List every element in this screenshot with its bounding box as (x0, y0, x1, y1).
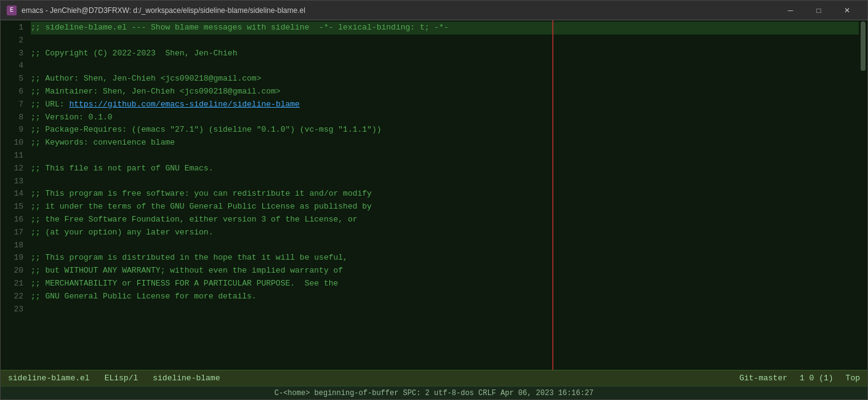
status-right: Git-master 1 0 (1) Top (739, 374, 860, 383)
scrollbar[interactable] (859, 20, 867, 370)
ln-8: 8 (6, 111, 23, 124)
code-line-18 (31, 239, 859, 252)
ln-4: 4 (6, 60, 23, 73)
code-line-6: ;; Maintainer: Shen, Jen-Chieh <jcs09021… (31, 86, 859, 98)
code-line-8: ;; Version: 0.1.0 (31, 111, 859, 124)
ln-13: 13 (6, 175, 23, 188)
scrollbar-thumb[interactable] (861, 22, 866, 71)
code-line-2 (31, 34, 859, 47)
window-controls: ─ □ ✕ (776, 1, 861, 20)
ln-12: 12 (6, 162, 23, 175)
emacs-window: E emacs - JenChieh@D7D3FRXW: d:/_workspa… (0, 0, 868, 400)
code-line-12: ;; This file is not part of GNU Emacs. (31, 162, 859, 175)
app-icon: E (7, 6, 17, 15)
ln-2: 2 (6, 34, 23, 47)
close-button[interactable]: ✕ (833, 1, 861, 20)
code-line-15: ;; it under the terms of the GNU General… (31, 201, 859, 214)
ln-10: 10 (6, 137, 23, 150)
ln-23: 23 (6, 303, 23, 316)
code-line-10: ;; Keywords: convenience blame (31, 137, 859, 150)
mode-line: sideline-blame.el ELisp/l sideline-blame… (1, 370, 867, 386)
code-line-4 (31, 60, 859, 73)
ln-1: 1 (6, 22, 23, 34)
ln-11: 11 (6, 150, 23, 162)
filename-status: sideline-blame.el (8, 374, 90, 383)
mode-status: ELisp/l (105, 374, 139, 383)
ln-6: 6 (6, 86, 23, 98)
position-status: 1 0 (1) (800, 374, 834, 383)
top-status: Top (846, 374, 860, 383)
code-line-5: ;; Author: Shen, Jen-Chieh <jcs090218@gm… (31, 73, 859, 86)
ln-19: 19 (6, 252, 23, 265)
column-ruler (552, 20, 553, 370)
code-line-3: ;; Copyright (C) 2022-2023 Shen, Jen-Chi… (31, 47, 859, 60)
ln-9: 9 (6, 124, 23, 137)
code-line-16: ;; the Free Software Foundation, either … (31, 214, 859, 226)
code-line-11 (31, 150, 859, 162)
code-line-9: ;; Package-Requires: ((emacs "27.1") (si… (31, 124, 859, 137)
ln-22: 22 (6, 290, 23, 303)
minimize-button[interactable]: ─ (776, 1, 805, 20)
ln-3: 3 (6, 47, 23, 60)
code-line-20: ;; but WITHOUT ANY WARRANTY; without eve… (31, 265, 859, 278)
maximize-button[interactable]: □ (805, 1, 833, 20)
editor-main: 1 2 3 4 5 6 7 8 9 10 11 12 13 14 15 16 1… (1, 20, 867, 370)
ln-20: 20 (6, 265, 23, 278)
ln-15: 15 (6, 201, 23, 214)
title-bar: E emacs - JenChieh@D7D3FRXW: d:/_workspa… (1, 1, 867, 20)
code-line-21: ;; MERCHANTABILITY or FITNESS FOR A PART… (31, 278, 859, 290)
url-link[interactable]: https://github.com/emacs-sideline/sideli… (69, 100, 299, 109)
code-line-17: ;; (at your option) any later version. (31, 226, 859, 239)
editor-container: 1 2 3 4 5 6 7 8 9 10 11 12 13 14 15 16 1… (1, 20, 867, 399)
line-numbers: 1 2 3 4 5 6 7 8 9 10 11 12 13 14 15 16 1… (1, 20, 28, 370)
ln-18: 18 (6, 239, 23, 252)
code-line-23 (31, 303, 859, 316)
title-text: emacs - JenChieh@D7D3FRXW: d:/_workspace… (22, 6, 776, 15)
ln-21: 21 (6, 278, 23, 290)
code-line-19: ;; This program is distributed in the ho… (31, 252, 859, 265)
code-line-22: ;; GNU General Public License for more d… (31, 290, 859, 303)
ln-17: 17 (6, 226, 23, 239)
code-line-14: ;; This program is free software: you ca… (31, 188, 859, 201)
ln-7: 7 (6, 98, 23, 111)
branch-status: Git-master (739, 374, 787, 383)
minibuffer: C-<home> beginning-of-buffer SPC: 2 utf-… (1, 386, 867, 399)
ln-14: 14 (6, 188, 23, 201)
code-line-7: ;; URL: https://github.com/emacs-sidelin… (31, 98, 859, 111)
ln-16: 16 (6, 214, 23, 226)
minibuffer-content: C-<home> beginning-of-buffer SPC: 2 utf-… (275, 389, 593, 398)
ln-5: 5 (6, 73, 23, 86)
code-area[interactable]: ;; sideline-blame.el --- Show blame mess… (28, 20, 859, 370)
project-status: sideline-blame (153, 374, 220, 383)
code-line-1: ;; sideline-blame.el --- Show blame mess… (31, 22, 859, 34)
code-line-13 (31, 175, 859, 188)
